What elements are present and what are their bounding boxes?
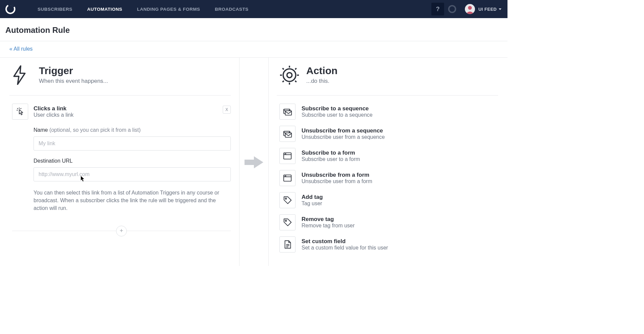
action-item-subtitle: Tag user (302, 201, 323, 207)
trigger-form: Name (optional, so you can pick it from … (12, 127, 231, 212)
action-item-unsubscribe-from-a-form[interactable]: Unsubscribe from a formUnsubscribe user … (279, 170, 498, 186)
avatar-icon (465, 4, 475, 14)
form-icon (279, 148, 296, 164)
top-nav: SUBSCRIBERS AUTOMATIONS LANDING PAGES & … (0, 0, 507, 18)
selected-trigger-title: Clicks a link (34, 105, 73, 112)
sequence-icon (279, 126, 296, 142)
breadcrumb-bar: « All rules (0, 41, 507, 58)
nav-landing-pages[interactable]: LANDING PAGES & FORMS (130, 0, 208, 18)
name-label-text: Name (34, 127, 49, 133)
selected-trigger: Clicks a link User clicks a link X (12, 104, 231, 120)
nav-links: SUBSCRIBERS AUTOMATIONS LANDING PAGES & … (30, 0, 256, 18)
action-item-subtitle: Unsubscribe user from a form (302, 178, 372, 184)
nav-automations[interactable]: AUTOMATIONS (80, 0, 130, 18)
lightning-icon (12, 65, 31, 87)
action-item-title: Unsubscribe from a sequence (302, 127, 385, 134)
url-input[interactable] (34, 167, 231, 181)
name-input[interactable] (34, 136, 231, 151)
trigger-heading: Trigger (39, 65, 108, 76)
action-list: Subscribe to a sequenceSubscribe user to… (277, 104, 498, 253)
add-trigger-row: + (12, 226, 231, 236)
action-heading: Action (306, 65, 337, 76)
breadcrumb-all-rules[interactable]: « All rules (9, 46, 33, 52)
svg-rect-19 (285, 176, 286, 176)
trigger-column: Trigger When this event happens... (0, 58, 254, 266)
svg-point-21 (285, 220, 286, 221)
remove-trigger-button[interactable]: X (223, 106, 231, 114)
action-item-subtitle: Remove tag from user (302, 223, 355, 229)
logo-icon (5, 3, 16, 15)
status-indicator-icon[interactable] (448, 5, 456, 13)
svg-line-7 (20, 108, 21, 109)
nav-subscribers[interactable]: SUBSCRIBERS (30, 0, 80, 18)
action-subheading: ...do this. (306, 78, 337, 85)
action-item-unsubscribe-from-a-sequence[interactable]: Unsubscribe from a sequenceUnsubscribe u… (279, 126, 498, 142)
action-item-title: Unsubscribe from a form (302, 172, 372, 178)
action-item-subtitle: Subscribe user to a sequence (302, 112, 373, 118)
user-menu[interactable]: UI FEED (465, 4, 501, 14)
main-content: Trigger When this event happens... (0, 58, 507, 266)
action-item-title: Subscribe to a sequence (302, 105, 373, 112)
svg-point-3 (468, 6, 472, 10)
chevron-down-icon (499, 8, 501, 10)
action-item-set-custom-field[interactable]: Set custom fieldSet a custom field value… (279, 236, 498, 253)
page-title-bar: Automation Rule (0, 18, 507, 41)
add-trigger-button[interactable]: + (116, 226, 127, 236)
svg-rect-16 (285, 154, 286, 154)
action-item-subtitle: Set a custom field value for this user (302, 245, 388, 251)
action-header: Action ...do this. (277, 65, 498, 96)
trigger-subheading: When this event happens... (39, 78, 108, 85)
action-item-remove-tag[interactable]: Remove tagRemove tag from user (279, 214, 498, 230)
svg-rect-13 (285, 133, 291, 137)
page-title: Automation Rule (5, 25, 502, 35)
trigger-header: Trigger When this event happens... (9, 65, 231, 96)
pointer-click-icon (12, 104, 28, 120)
user-menu-label: UI FEED (478, 7, 497, 12)
action-item-title: Remove tag (302, 216, 355, 223)
tag-icon (279, 192, 296, 208)
brand-logo[interactable] (4, 3, 17, 15)
sequence-icon (279, 104, 296, 120)
selected-trigger-subtitle: User clicks a link (34, 112, 73, 118)
tag-icon (279, 214, 296, 230)
action-item-subscribe-to-a-sequence[interactable]: Subscribe to a sequenceSubscribe user to… (279, 104, 498, 120)
field-icon (279, 236, 296, 253)
name-label: Name (optional, so you can pick it from … (34, 127, 231, 133)
svg-point-9 (283, 69, 296, 81)
action-item-add-tag[interactable]: Add tagTag user (279, 192, 498, 208)
name-label-hint: (optional, so you can pick it from a lis… (49, 127, 141, 133)
svg-line-6 (17, 108, 18, 109)
nav-broadcasts[interactable]: BROADCASTS (208, 0, 256, 18)
action-item-subscribe-to-a-form[interactable]: Subscribe to a formSubscribe user to a f… (279, 148, 498, 164)
url-label: Destination URL (34, 158, 231, 164)
action-item-title: Subscribe to a form (302, 150, 360, 156)
action-item-title: Set custom field (302, 238, 388, 245)
action-item-subtitle: Unsubscribe user from a sequence (302, 134, 385, 140)
form-icon (279, 170, 296, 186)
action-item-subtitle: Subscribe user to a form (302, 156, 360, 162)
gear-icon (279, 65, 298, 87)
svg-rect-11 (285, 111, 291, 115)
action-column: Action ...do this. Subscribe to a sequen… (254, 58, 507, 266)
action-item-title: Add tag (302, 194, 323, 201)
svg-point-8 (287, 73, 292, 78)
trigger-help-text: You can then select this link from a lis… (34, 189, 231, 212)
svg-point-20 (285, 198, 286, 199)
help-button[interactable]: ? (431, 3, 444, 15)
